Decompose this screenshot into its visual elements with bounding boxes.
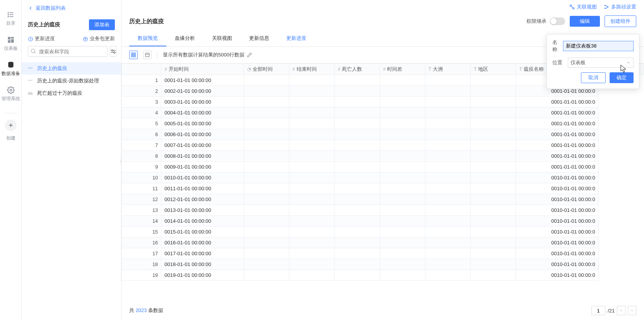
popover-cancel-button[interactable]: 取消 <box>581 72 606 83</box>
edit-limit-button[interactable] <box>247 52 252 58</box>
xls-icon: xls <box>28 91 34 96</box>
page-next-button[interactable] <box>628 306 636 315</box>
svg-point-5 <box>8 16 9 17</box>
popover-loc-select[interactable]: 仪表板 <box>568 58 634 68</box>
tab-update-progress[interactable]: 更新进度 <box>278 31 315 46</box>
create-widget-button[interactable]: 创建组件 <box>605 15 636 27</box>
table-row[interactable]: 4 0004-01-01 00:00:00 0001-01-01 00:00:0 <box>122 107 644 118</box>
svg-rect-31 <box>132 53 136 57</box>
nav-rail: 目录 仪表板 数据准备 管理系统 创建 <box>0 0 22 319</box>
rail-item-catalog[interactable]: 目录 <box>6 11 15 27</box>
svg-rect-8 <box>11 39 14 43</box>
table-row[interactable]: 8 0008-01-01 00:00:00 0001-01-01 00:00:0 <box>122 151 644 162</box>
table-row[interactable]: 12 0012-01-01 00:00:00 0010-01-01 00:00:… <box>122 194 644 205</box>
search-icon <box>30 48 36 54</box>
page-input[interactable] <box>591 306 605 315</box>
svg-rect-25 <box>570 5 572 7</box>
biz-update-link[interactable]: 业务包更新 <box>83 36 115 42</box>
tab-update-info[interactable]: 更新信息 <box>241 31 278 46</box>
upload-icon <box>83 36 88 42</box>
rail-item-dataprep[interactable]: 数据准备 <box>2 61 20 77</box>
rail-item-admin[interactable]: 管理系统 <box>2 86 20 102</box>
svg-point-11 <box>10 89 12 91</box>
col-header[interactable]: #时间差 <box>380 64 425 75</box>
table-row[interactable]: 10 0010-01-01 00:00:00 0010-01-01 00:00:… <box>122 172 644 183</box>
table-row[interactable]: 13 0013-01-01 00:00:00 0010-01-01 00:00:… <box>122 205 644 216</box>
table-row[interactable]: 14 0014-01-01 00:00:00 0010-01-01 00:00:… <box>122 216 644 227</box>
page-prev-button[interactable] <box>617 306 625 315</box>
add-table-button[interactable]: 添加表 <box>89 19 115 30</box>
col-header[interactable]: ◔全部时间 <box>244 64 289 75</box>
tab-lineage[interactable]: 血缘分析 <box>166 31 203 46</box>
pencil-icon <box>247 52 252 58</box>
tree-item-0[interactable]: 〰 历史上的瘟疫 <box>22 62 121 75</box>
branch-icon <box>604 4 609 10</box>
rail-item-create[interactable]: 创建 <box>5 119 17 142</box>
grid-icon <box>145 52 150 58</box>
view-table-button[interactable] <box>129 51 138 59</box>
rail-divider <box>4 113 18 113</box>
table-row[interactable]: 15 0015-01-01 00:00:00 0010-01-01 00:00:… <box>122 227 644 237</box>
col-header[interactable]: #死亡人数 <box>335 64 380 75</box>
rail-item-dashboard[interactable]: 仪表板 <box>4 36 18 52</box>
table-row[interactable]: 11 0011-01-01 00:00:00 0010-01-01 00:00:… <box>122 183 644 194</box>
table-icon <box>131 52 136 58</box>
svg-line-18 <box>34 52 36 53</box>
tab-relation-view[interactable]: 关联视图 <box>203 31 241 46</box>
sidebar: 返回数据列表 历史上的瘟疫 添加表 更新进度 业务包更新 <box>22 0 121 319</box>
table-row[interactable]: 7 0007-01-01 00:00:00 0001-01-01 00:00:0 <box>122 140 644 151</box>
page-total: /21 <box>608 308 615 314</box>
toplink-relation-view[interactable]: 关联视图 <box>569 3 597 10</box>
table-row[interactable]: 19 0019-01-01 00:00:00 0010-01-01 00:00:… <box>122 270 644 281</box>
row-count: 共 2023 条数据 <box>129 307 163 314</box>
table-row[interactable]: 5 0005-01-01 00:00:00 0001-01-01 00:00:0 <box>122 118 644 129</box>
tab-data-preview[interactable]: 数据预览 <box>129 31 166 46</box>
settings-icon <box>110 48 116 55</box>
chart-line-icon: 〰 <box>28 78 34 84</box>
col-header[interactable]: #开始时间 <box>161 64 244 75</box>
divider <box>157 51 157 58</box>
edit-button[interactable]: 编辑 <box>570 16 600 27</box>
table-row[interactable]: 6 0006-01-01 00:00:00 0001-01-01 00:00:0 <box>122 129 644 140</box>
col-header[interactable]: #结束时间 <box>289 64 334 75</box>
row-limit-info: 显示所有数据计算结果的5000行数据 <box>163 51 244 58</box>
table-row[interactable]: 17 0017-01-01 00:00:00 0010-01-01 00:00:… <box>122 248 644 259</box>
filter-button[interactable] <box>110 46 117 57</box>
main: 关联视图 多路径设置 历史上的瘟疫 权限继承 编辑 创建组件 数据预览 血缘分析… <box>121 0 644 319</box>
popover-loc-label: 位置 <box>552 59 564 66</box>
search-input[interactable] <box>28 46 108 57</box>
col-header[interactable]: T地区 <box>471 64 516 75</box>
dashboard-icon <box>7 36 15 44</box>
database-icon <box>7 61 15 69</box>
toplink-multipath[interactable]: 多路径设置 <box>604 3 636 10</box>
popover-name-input[interactable] <box>563 41 634 51</box>
popover-ok-button[interactable]: 确定 <box>610 72 634 83</box>
inherit-toggle[interactable] <box>550 17 565 25</box>
tree-item-1[interactable]: 〰 历史上的瘟疫-原始数据处理 <box>22 75 121 87</box>
svg-point-29 <box>605 8 605 9</box>
table-row[interactable]: 9 0009-01-01 00:00:00 0001-01-01 00:00:0 <box>122 162 644 172</box>
tree-item-2[interactable]: xls 死亡超过十万的瘟疫 <box>22 87 121 99</box>
svg-point-19 <box>111 49 113 51</box>
table-row[interactable]: 18 0018-01-01 00:00:00 0010-01-01 00:00:… <box>122 259 644 270</box>
table-row[interactable]: 3 0003-01-01 00:00:00 0001-01-01 00:00:0 <box>122 97 644 107</box>
back-link[interactable]: 返回数据列表 <box>28 5 115 12</box>
gear-icon <box>7 86 15 94</box>
update-progress-link[interactable]: 更新进度 <box>28 36 55 42</box>
chevron-down-icon <box>626 60 631 65</box>
plus-icon <box>5 119 17 131</box>
list-icon <box>7 11 15 19</box>
svg-rect-36 <box>145 53 149 56</box>
col-header[interactable]: T大洲 <box>425 64 470 75</box>
svg-point-17 <box>31 49 35 53</box>
inherit-toggle-wrap: 权限继承 <box>526 17 565 25</box>
view-detail-button[interactable] <box>143 51 152 59</box>
data-table: #开始时间◔全部时间#结束时间#死亡人数#时间差T大洲T地区T瘟疫名称◔疫情发…… <box>121 63 644 281</box>
refresh-icon <box>28 36 33 42</box>
create-widget-popover: 名称 位置 仪表板 取消 确定 <box>547 34 639 89</box>
svg-rect-9 <box>8 40 10 43</box>
chart-line-icon: 〰 <box>28 66 34 71</box>
svg-rect-7 <box>11 37 14 39</box>
svg-point-20 <box>114 52 115 53</box>
table-row[interactable]: 16 0016-01-01 00:00:00 0010-01-01 00:00:… <box>122 237 644 248</box>
